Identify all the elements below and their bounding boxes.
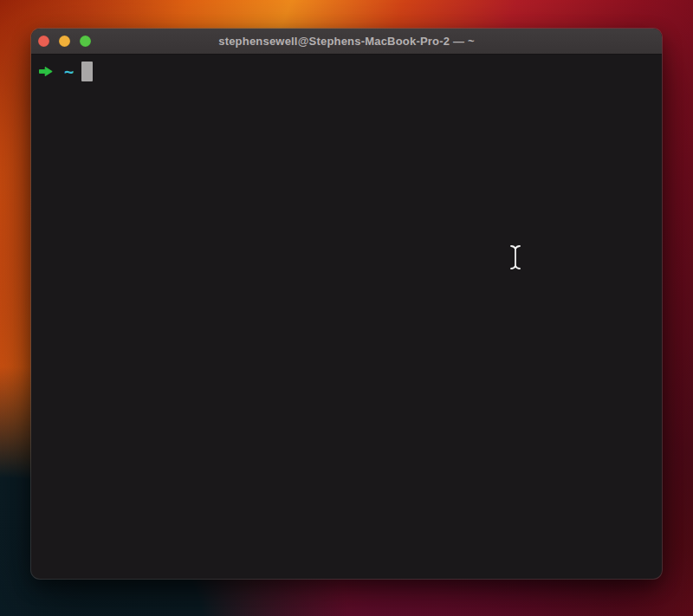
window-titlebar[interactable]: stephensewell@Stephens-MacBook-Pro-2 — ~ [31,29,662,55]
desktop-wallpaper: stephensewell@Stephens-MacBook-Pro-2 — ~… [0,0,693,616]
minimize-button[interactable] [59,36,70,47]
prompt-line: ~ [39,61,662,81]
prompt-path: ~ [64,62,74,81]
terminal-window: stephensewell@Stephens-MacBook-Pro-2 — ~… [31,29,662,579]
terminal-cursor-block [81,62,93,81]
window-title: stephensewell@Stephens-MacBook-Pro-2 — ~ [218,35,475,48]
terminal-content[interactable]: ~ [31,55,662,578]
traffic-lights [38,29,91,54]
close-button[interactable] [38,36,49,47]
prompt-arrow-icon [39,66,53,77]
zoom-button[interactable] [80,36,91,47]
